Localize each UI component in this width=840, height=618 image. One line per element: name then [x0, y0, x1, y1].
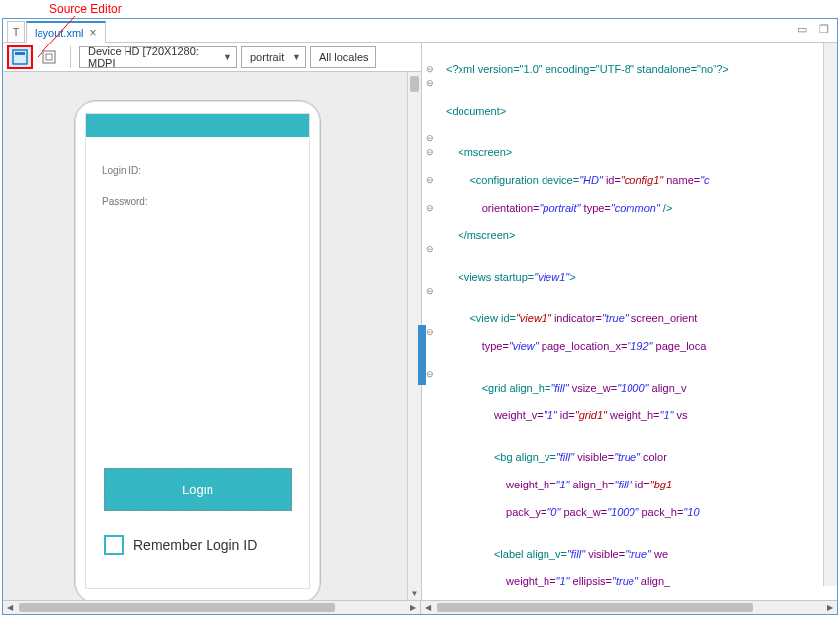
file-type-icon: T: [7, 21, 25, 42]
fold-icon[interactable]: ⊖: [426, 62, 436, 76]
scroll-left-icon[interactable]: ◀: [3, 601, 17, 614]
code-text: <configuration device=: [446, 174, 579, 186]
design-pane: Device HD [720X1280: MDPI▼ portrait▼ All…: [3, 43, 422, 600]
code-text: <document>: [446, 105, 506, 117]
scrollbar-thumb[interactable]: [19, 603, 335, 612]
fold-icon[interactable]: ⊖: [426, 132, 436, 145]
pane-splitter[interactable]: [418, 325, 426, 385]
minimize-icon[interactable]: ▭: [796, 22, 809, 36]
scroll-right-icon[interactable]: ▶: [823, 601, 837, 614]
fold-icon[interactable]: ⊖: [426, 284, 436, 298]
password-label[interactable]: Password:: [102, 196, 294, 207]
fold-icon[interactable]: ⊖: [426, 242, 436, 256]
right-horizontal-scrollbar[interactable]: ◀ ▶: [421, 601, 838, 614]
code-text: <bg align_v=: [446, 451, 556, 463]
tab-layout-xml[interactable]: layout.xml ×: [26, 21, 106, 43]
remember-label: Remember Login ID: [133, 537, 257, 553]
fold-icon[interactable]: ⊖: [426, 201, 436, 215]
locale-dropdown[interactable]: All locales: [310, 46, 376, 68]
code-text: <mscreen>: [446, 146, 512, 158]
svg-rect-2: [15, 52, 25, 55]
code-text: weight_v=: [446, 409, 544, 421]
svg-rect-4: [46, 54, 52, 60]
device-dropdown[interactable]: Device HD [720X1280: MDPI▼: [79, 46, 237, 68]
tab-bar: T layout.xml ×: [3, 19, 837, 43]
chevron-down-icon: ▼: [223, 52, 232, 62]
code-text: type=: [446, 340, 509, 352]
fold-icon[interactable]: ⊖: [426, 173, 436, 187]
code-text: <view id=: [446, 312, 516, 324]
code-text: <label align_v=: [446, 548, 567, 560]
close-tab-icon[interactable]: ×: [90, 26, 97, 40]
code-text: pack_y=: [446, 506, 546, 518]
source-editor-button[interactable]: [7, 45, 33, 69]
fold-icon[interactable]: ⊖: [426, 145, 436, 159]
code-text: <views startup=: [446, 271, 534, 283]
orientation-label: portrait: [250, 51, 284, 63]
source-pane: <?xml version="1.0" encoding="UTF-8" sta…: [422, 43, 837, 600]
fold-icon[interactable]: ⊖: [426, 76, 436, 90]
chevron-down-icon: ▼: [293, 52, 301, 62]
checkbox-icon[interactable]: [104, 535, 124, 555]
fold-icon[interactable]: ⊖: [426, 325, 436, 339]
annotation-label: Source Editor: [49, 2, 122, 16]
code-text: orientation=: [446, 202, 539, 214]
status-bar: [86, 114, 309, 137]
device-dropdown-label: Device HD [720X1280: MDPI: [88, 45, 217, 69]
tab-label: layout.xml: [35, 27, 84, 39]
orientation-dropdown[interactable]: portrait▼: [241, 46, 306, 68]
login-button[interactable]: Login: [104, 468, 292, 511]
bottom-scrollbars: ◀ ▶ ◀ ▶: [3, 600, 837, 614]
fold-icon[interactable]: ⊖: [426, 367, 436, 381]
locale-label: All locales: [319, 51, 369, 63]
scroll-right-icon[interactable]: ▶: [406, 601, 420, 614]
code-vertical-scrollbar[interactable]: [823, 43, 837, 586]
remember-checkbox-row[interactable]: Remember Login ID: [104, 535, 257, 555]
code-text: <grid align_h=: [446, 382, 550, 394]
device-screen[interactable]: Login ID: Password: Login Remember Login…: [85, 113, 310, 589]
scrollbar-thumb[interactable]: [437, 603, 753, 612]
code-text: </mscreen>: [446, 229, 515, 241]
restore-icon[interactable]: ❐: [817, 22, 831, 36]
design-toolbar: Device HD [720X1280: MDPI▼ portrait▼ All…: [3, 43, 421, 72]
preview-mode-button[interactable]: [37, 45, 62, 69]
design-canvas[interactable]: Login ID: Password: Login Remember Login…: [3, 72, 421, 600]
code-text: <?xml version="1.0" encoding="UTF-8" sta…: [446, 63, 729, 75]
device-frame: Login ID: Password: Login Remember Login…: [74, 100, 321, 600]
scroll-down-icon[interactable]: ▼: [408, 586, 421, 600]
login-id-label[interactable]: Login ID:: [102, 165, 294, 176]
code-editor[interactable]: <?xml version="1.0" encoding="UTF-8" sta…: [422, 43, 837, 600]
left-horizontal-scrollbar[interactable]: ◀ ▶: [3, 601, 420, 614]
scrollbar-thumb[interactable]: [410, 76, 419, 92]
code-text: weight_h=: [446, 479, 556, 490]
code-text: weight_h=: [446, 575, 556, 587]
editor-window: ▭ ❐ T layout.xml × Device HD [720X1280: …: [2, 18, 838, 615]
scroll-left-icon[interactable]: ◀: [421, 601, 435, 614]
svg-rect-3: [43, 51, 55, 63]
